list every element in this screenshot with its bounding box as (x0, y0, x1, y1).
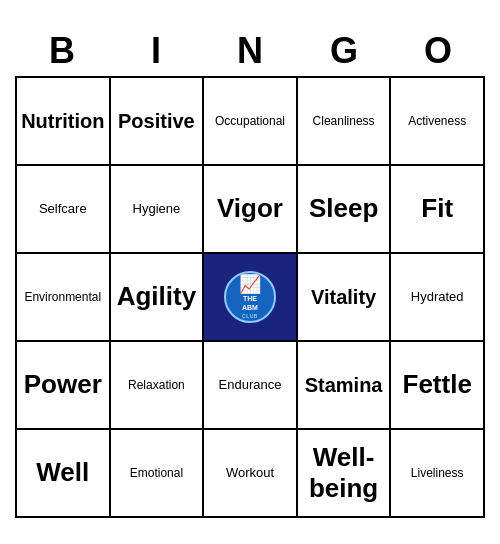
cell-0-2: Occupational (204, 78, 298, 166)
header-i: I (109, 26, 203, 76)
cell-3-1: Relaxation (111, 342, 205, 430)
cell-1-0: Selfcare (17, 166, 111, 254)
free-logo-text: THE ABM CLUB (239, 295, 261, 320)
cell-4-0: Well (17, 430, 111, 518)
cell-1-3: Sleep (298, 166, 392, 254)
free-logo: 📈 THE ABM CLUB (224, 271, 276, 323)
cell-2-0: Environmental (17, 254, 111, 342)
cell-3-0: Power (17, 342, 111, 430)
cell-2-4: Hydrated (391, 254, 485, 342)
cell-1-4: Fit (391, 166, 485, 254)
cell-3-2: Endurance (204, 342, 298, 430)
cell-3-4: Fettle (391, 342, 485, 430)
bingo-grid: Nutrition Positive Occupational Cleanlin… (15, 76, 485, 518)
cell-2-1: Agility (111, 254, 205, 342)
header-b: B (15, 26, 109, 76)
cell-1-2: Vigor (204, 166, 298, 254)
cell-2-3: Vitality (298, 254, 392, 342)
free-circle: 📈 THE ABM CLUB (224, 271, 276, 323)
cell-3-3: Stamina (298, 342, 392, 430)
cell-4-1: Emotional (111, 430, 205, 518)
cell-0-1: Positive (111, 78, 205, 166)
cell-2-2-free: 📈 THE ABM CLUB (204, 254, 298, 342)
header-n: N (203, 26, 297, 76)
cell-4-3: Well- being (298, 430, 392, 518)
cell-4-2: Workout (204, 430, 298, 518)
bingo-header: B I N G O (15, 26, 485, 76)
cell-0-4: Activeness (391, 78, 485, 166)
header-o: O (391, 26, 485, 76)
cell-1-1: Hygiene (111, 166, 205, 254)
cell-4-4: Liveliness (391, 430, 485, 518)
chart-icon: 📈 (239, 274, 261, 296)
bingo-card: B I N G O Nutrition Positive Occupationa… (15, 26, 485, 518)
cell-0-0: Nutrition (17, 78, 111, 166)
header-g: G (297, 26, 391, 76)
cell-0-3: Cleanliness (298, 78, 392, 166)
